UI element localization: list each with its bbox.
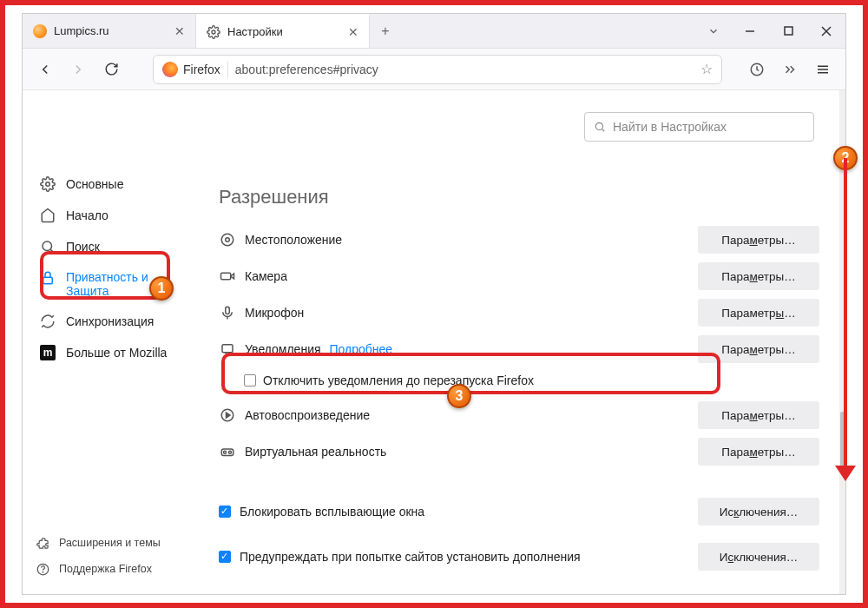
- svg-point-28: [229, 451, 232, 453]
- svg-point-0: [212, 30, 215, 34]
- content-area: Основные Начало Поиск Приватность и Защи…: [23, 90, 845, 594]
- sidebar-item-label: Начало: [66, 208, 108, 222]
- svg-rect-19: [221, 273, 231, 280]
- tabs-dropdown[interactable]: [696, 14, 731, 48]
- notifications-pause-checkbox-row[interactable]: Отключить уведомления до перезапуска Fir…: [214, 370, 819, 394]
- mozilla-icon: m: [40, 345, 56, 360]
- identity-box[interactable]: Firefox: [162, 62, 228, 77]
- url-text: about:preferences#privacy: [235, 63, 694, 76]
- sidebar-item-home[interactable]: Начало: [23, 200, 205, 231]
- checkbox-icon[interactable]: [219, 506, 231, 518]
- svg-rect-2: [785, 27, 792, 35]
- sidebar-item-search[interactable]: Поиск: [23, 231, 205, 262]
- sidebar-item-label: Больше от Mozilla: [66, 346, 167, 360]
- overflow-icon[interactable]: [776, 56, 804, 83]
- sidebar-item-privacy[interactable]: Приватность и Защита: [23, 262, 205, 306]
- svg-line-16: [602, 129, 605, 132]
- close-icon[interactable]: ✕: [348, 25, 358, 39]
- tab-bar: Lumpics.ru ✕ Настройки ✕ +: [23, 14, 845, 49]
- checkbox-icon[interactable]: [244, 374, 256, 387]
- sidebar-item-mozilla[interactable]: m Больше от Mozilla: [23, 337, 205, 368]
- checkbox-icon[interactable]: [219, 551, 231, 563]
- checkbox-label: Блокировать всплывающие окна: [240, 505, 424, 519]
- reload-button[interactable]: [97, 56, 125, 83]
- perm-button-notifications[interactable]: Параметры…: [698, 335, 819, 363]
- svg-point-18: [221, 234, 233, 246]
- perm-button-camera[interactable]: Параметры…: [698, 262, 819, 290]
- perm-label: Уведомления: [245, 342, 321, 356]
- perm-row-location: Местоположение Параметры…: [214, 224, 819, 255]
- notification-icon: [219, 340, 236, 358]
- tab-settings[interactable]: Настройки ✕: [196, 14, 370, 48]
- checkbox-row-popups[interactable]: Блокировать всплывающие окна Исключения…: [219, 492, 819, 532]
- perm-label: Микрофон: [245, 306, 304, 320]
- perm-row-camera: Камера Параметры…: [214, 261, 819, 292]
- perm-row-notifications: Уведомления Подробнее Параметры…: [214, 334, 819, 365]
- puzzle-icon: [35, 535, 50, 551]
- svg-point-10: [43, 241, 52, 251]
- bookmark-star-icon[interactable]: ☆: [700, 61, 713, 77]
- sidebar-item-label: Основные: [66, 177, 123, 191]
- sidebar-item-label: Синхронизация: [66, 314, 154, 328]
- autoplay-icon: [219, 406, 236, 424]
- tab-label: Настройки: [227, 25, 283, 38]
- sidebar-item-label: Поддержка Firefox: [59, 563, 152, 575]
- sidebar-item-support[interactable]: Поддержка Firefox: [23, 556, 205, 582]
- notifications-more-link[interactable]: Подробнее: [330, 342, 393, 356]
- perm-button-microphone[interactable]: Параметры…: [698, 299, 819, 327]
- new-tab-button[interactable]: +: [370, 14, 401, 48]
- firefox-window: Lumpics.ru ✕ Настройки ✕ + Fire: [22, 13, 846, 595]
- minimize-button[interactable]: [731, 26, 769, 36]
- help-icon: [35, 561, 50, 577]
- svg-marker-25: [227, 413, 231, 418]
- location-icon: [219, 231, 236, 248]
- annotation-badge-3: 3: [447, 384, 471, 408]
- forward-button[interactable]: [64, 56, 92, 83]
- sidebar-item-label: Расширения и темы: [59, 537, 161, 549]
- sidebar-item-sync[interactable]: Синхронизация: [23, 306, 205, 337]
- svg-rect-23: [222, 345, 233, 353]
- svg-point-17: [226, 238, 230, 242]
- checkbox-label: Отключить уведомления до перезапуска Fir…: [263, 373, 534, 387]
- sidebar-item-extensions[interactable]: Расширения и темы: [23, 530, 205, 556]
- maximize-button[interactable]: [769, 26, 807, 36]
- window-controls: [731, 14, 845, 48]
- checkbox-row-addons-warn[interactable]: Предупреждать при попытке сайтов установ…: [219, 537, 819, 577]
- brand-label: Firefox: [183, 63, 220, 76]
- menu-button[interactable]: [809, 56, 837, 83]
- gear-icon: [207, 25, 220, 39]
- microphone-icon: [219, 304, 236, 321]
- exceptions-button-addons[interactable]: Исключения…: [698, 543, 819, 571]
- sync-icon: [40, 314, 56, 329]
- search-icon: [594, 121, 606, 133]
- search-icon: [40, 239, 56, 254]
- favicon-orange: [33, 24, 47, 38]
- close-icon[interactable]: ✕: [174, 24, 185, 38]
- annotation-badge-1: 1: [149, 276, 174, 301]
- perm-row-microphone: Микрофон Параметры…: [214, 297, 819, 328]
- settings-search[interactable]: Найти в Настройках: [584, 112, 814, 142]
- history-icon[interactable]: [743, 56, 771, 83]
- svg-line-11: [50, 249, 53, 252]
- exceptions-button-popups[interactable]: Исключения…: [698, 498, 819, 525]
- vr-icon: [219, 443, 236, 460]
- firefox-icon: [162, 62, 178, 77]
- perm-button-vr[interactable]: Параметры…: [698, 438, 819, 466]
- tab-lumpics[interactable]: Lumpics.ru ✕: [23, 14, 196, 48]
- perm-label: Камера: [245, 269, 287, 283]
- perm-button-location[interactable]: Параметры…: [698, 226, 819, 254]
- svg-point-27: [224, 451, 227, 453]
- close-window-button[interactable]: [807, 26, 845, 36]
- camera-icon: [219, 268, 236, 285]
- settings-sidebar: Основные Начало Поиск Приватность и Защи…: [23, 90, 205, 594]
- sidebar-item-general[interactable]: Основные: [23, 169, 205, 200]
- toolbar: Firefox about:preferences#privacy ☆: [23, 49, 845, 90]
- address-bar[interactable]: Firefox about:preferences#privacy ☆: [153, 55, 722, 84]
- perm-button-autoplay[interactable]: Параметры…: [698, 401, 819, 429]
- svg-point-15: [595, 122, 602, 129]
- checkbox-label: Предупреждать при попытке сайтов установ…: [240, 550, 581, 564]
- perm-label: Местоположение: [245, 233, 342, 247]
- search-placeholder: Найти в Настройках: [613, 120, 727, 134]
- svg-point-14: [43, 572, 43, 572]
- back-button[interactable]: [31, 56, 59, 83]
